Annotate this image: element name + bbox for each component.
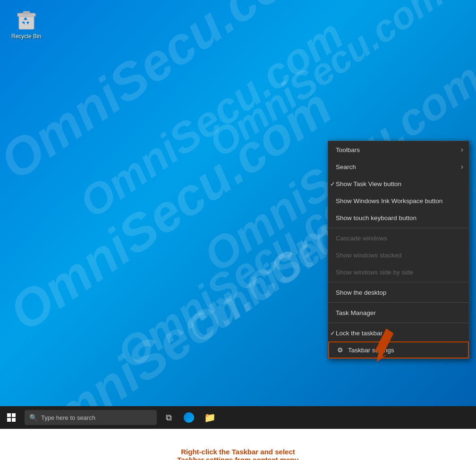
svg-rect-2 [23,11,30,14]
menu-item-show-ink-label: Show Windows Ink Workspace button [336,197,442,204]
recycle-bin-svg [14,7,39,31]
menu-item-task-manager-label: Task Manager [336,309,376,316]
watermark: OmniSecu.com [71,10,352,227]
instruction-area: Right-click the Taskbar and select Taskb… [0,429,476,460]
menu-separator-3 [328,302,469,303]
taskbar-search[interactable]: 🔍 Type here to search [25,410,157,425]
watermark: OmniSecu.com [0,0,333,191]
menu-item-show-ink[interactable]: Show Windows Ink Workspace button [328,192,469,209]
file-explorer-button[interactable]: 📁 [199,406,220,429]
annotation-text: Right-click the Taskbar and select Taskb… [177,448,298,460]
recycle-bin-label: Recycle Bin [11,33,41,40]
edge-button[interactable] [178,406,199,429]
task-view-icon: ⧉ [166,413,172,423]
menu-item-search-label: Search [336,163,356,170]
edge-icon [184,412,194,423]
search-placeholder-text: Type here to search [41,414,95,421]
menu-item-show-task-view[interactable]: Show Task View button [328,175,469,192]
menu-item-toolbars-label: Toolbars [336,146,360,153]
menu-item-search[interactable]: Search [328,158,469,175]
watermark: OmniSecu.com [0,77,342,342]
menu-item-cascade-label: Cascade windows [336,235,387,242]
menu-item-task-manager[interactable]: Task Manager [328,304,469,321]
menu-separator-4 [328,323,469,323]
menu-item-show-touch-label: Show touch keyboard button [336,214,416,221]
menu-item-show-task-view-label: Show Task View button [336,180,401,187]
watermark: OmniSecu.com [8,204,352,406]
menu-item-cascade: Cascade windows [328,230,469,247]
menu-item-toolbars[interactable]: Toolbars [328,141,469,158]
annotation-line1: Right-click the Taskbar and select [177,448,298,456]
menu-item-stacked: Show windows stacked [328,247,469,264]
menu-item-stacked-label: Show windows stacked [336,252,402,259]
menu-item-show-desktop-label: Show the desktop [336,289,386,296]
menu-item-side-by-side-label: Show windows side by side [336,269,413,276]
task-view-button[interactable]: ⧉ [159,406,178,429]
taskbar: 🔍 Type here to search ⧉ 📁 [0,406,476,429]
search-icon: 🔍 [29,414,37,421]
arrow-svg [348,324,396,366]
file-explorer-icon: 📁 [204,412,216,423]
menu-separator-1 [328,228,469,228]
menu-item-show-touch[interactable]: Show touch keyboard button [328,209,469,226]
annotation-arrow [348,324,396,368]
menu-item-show-desktop[interactable]: Show the desktop [328,284,469,301]
menu-item-side-by-side: Show windows side by side [328,264,469,281]
annotation-line2: Taskbar settings from context menu [177,456,298,460]
svg-rect-0 [19,16,34,29]
desktop: OmniSecu.com OmniSecu.com OmniSecu.com O… [0,0,476,406]
recycle-bin-icon[interactable]: Recycle Bin [9,5,43,42]
menu-separator-2 [328,282,469,282]
gear-icon: ⚙ [336,346,344,354]
windows-logo-icon [7,413,16,422]
start-button[interactable] [0,406,23,429]
